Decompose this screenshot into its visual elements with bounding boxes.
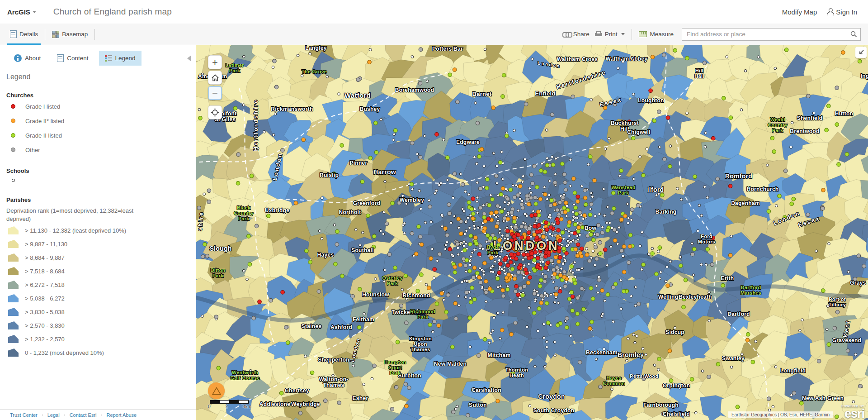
svg-text:Mitcham: Mitcham — [488, 352, 511, 358]
measure-button[interactable]: Measure — [636, 31, 676, 38]
trust-center-link[interactable]: Trust Center — [10, 412, 38, 418]
svg-text:Loughton: Loughton — [638, 97, 664, 104]
arcgis-menu[interactable]: ArcGIS — [7, 8, 36, 16]
search-input[interactable] — [682, 31, 847, 38]
svg-text:Sidcup: Sidcup — [665, 329, 684, 335]
collapse-sidebar-button[interactable] — [187, 55, 191, 62]
legal-link[interactable]: Legal — [47, 412, 60, 418]
svg-text:Richmond: Richmond — [402, 292, 430, 299]
legend-heading: Legend — [6, 73, 196, 81]
svg-text:DittonPark: DittonPark — [211, 267, 226, 278]
legend-item: > 8,684 - 9,887 — [6, 251, 196, 264]
print-button[interactable]: Print — [592, 31, 628, 38]
svg-text:Waltham Cross: Waltham Cross — [557, 56, 598, 62]
grade2star-dot-swatch — [11, 119, 15, 123]
svg-text:Ashford: Ashford — [330, 324, 352, 330]
home-icon — [211, 74, 219, 81]
other-dot-swatch — [11, 148, 15, 152]
svg-text:Addlestone: Addlestone — [259, 401, 290, 407]
search-button[interactable] — [847, 29, 860, 40]
svg-text:Harrow: Harrow — [373, 168, 396, 176]
details-button[interactable]: Details — [7, 24, 41, 45]
svg-text:WentworthGolf Course: WentworthGolf Course — [230, 370, 259, 381]
legend-item: > 9,887 - 11,130 — [6, 237, 196, 251]
parish-swatch — [8, 240, 19, 248]
basemap-button[interactable]: Basemap — [49, 24, 90, 45]
svg-text:Romford: Romford — [725, 172, 752, 180]
svg-text:Bow: Bow — [585, 225, 597, 231]
legend-item: > 2,570 - 3,830 — [6, 319, 196, 332]
modify-map-link[interactable]: Modify Map — [782, 8, 817, 16]
map-warning-button[interactable] — [208, 382, 225, 399]
svg-text:Esher: Esher — [353, 395, 368, 401]
svg-text:South Croydon: South Croydon — [533, 407, 575, 414]
app-header: ArcGIS Church of England parish map Modi… — [0, 0, 868, 24]
svg-text:Watford: Watford — [344, 91, 371, 99]
svg-text:Ingatestone: Ingatestone — [861, 73, 868, 79]
svg-text:Port ofTilbury: Port ofTilbury — [829, 296, 846, 307]
chevron-down-icon — [621, 33, 625, 35]
details-icon — [10, 30, 17, 38]
map-attribution: Earthstar Geographics | OS, Esri, HERE, … — [728, 411, 833, 418]
printer-icon — [595, 31, 602, 38]
measure-ruler-icon — [639, 31, 647, 37]
svg-text:Surbiton: Surbiton — [398, 372, 421, 379]
share-button[interactable]: Share — [560, 31, 592, 38]
svg-text:Edgware: Edgware — [456, 139, 480, 145]
sign-in-link[interactable]: Sign In — [827, 8, 857, 16]
search-box — [682, 28, 861, 41]
svg-text:Bexleyheath: Bexleyheath — [679, 294, 712, 300]
esri-logo[interactable]: POWERED BY esri — [842, 405, 864, 420]
svg-text:Orpington: Orpington — [663, 382, 690, 389]
svg-text:Ruislip: Ruislip — [320, 172, 339, 178]
svg-text:Croydon: Croydon — [538, 393, 565, 400]
warning-triangle-icon — [212, 387, 221, 395]
home-extent-button[interactable] — [208, 71, 222, 85]
scale-bar: 0 2 4km — [210, 400, 251, 409]
arrow-southwest-icon — [858, 49, 865, 56]
svg-text:Swanley: Swanley — [722, 355, 745, 362]
zoom-in-button[interactable]: + — [208, 55, 222, 69]
sidebar-tabs: About Content Legend — [8, 51, 196, 66]
grade1-dot-swatch — [11, 104, 15, 109]
tab-legend[interactable]: Legend — [99, 51, 142, 66]
parish-swatch — [8, 281, 19, 289]
svg-text:Petts Wood: Petts Wood — [630, 373, 658, 379]
parishes-layer-title: Parishes — [6, 196, 196, 203]
svg-text:Welling: Welling — [658, 294, 679, 300]
svg-text:LONDON: LONDON — [493, 239, 560, 253]
arcgis-logo-text: ArcGIS — [7, 8, 30, 16]
person-icon — [827, 8, 833, 15]
svg-text:Hertfordshire: Hertfordshire — [252, 99, 259, 151]
toolbar-separator — [632, 29, 632, 40]
sidebar-footer: Trust Center Legal Contact Esri Report A… — [0, 409, 196, 420]
svg-text:Chigwell: Chigwell — [627, 129, 651, 135]
svg-text:The Grove: The Grove — [302, 69, 327, 74]
svg-text:Longfield: Longfield — [780, 368, 806, 374]
open-in-map-viewer-button[interactable] — [855, 47, 867, 58]
legend-item: > 5,038 - 6,272 — [6, 291, 196, 305]
svg-text:Staines: Staines — [302, 323, 322, 329]
tab-about[interactable]: About — [8, 51, 47, 66]
svg-text:Weybridge: Weybridge — [291, 401, 320, 407]
legend-item: > 7,518 - 8,684 — [6, 264, 196, 278]
legend-item: Grade II listed — [6, 129, 196, 142]
toolbar-separator — [94, 29, 95, 40]
tab-content[interactable]: Content — [51, 51, 94, 66]
report-abuse-link[interactable]: Report Abuse — [107, 412, 137, 418]
svg-text:Northolt: Northolt — [339, 209, 361, 215]
svg-text:Erith: Erith — [721, 275, 734, 282]
svg-text:Borehamwood: Borehamwood — [395, 87, 434, 93]
zoom-out-button[interactable]: − — [208, 86, 222, 100]
svg-text:Enfield: Enfield — [535, 90, 555, 97]
svg-text:Chelsfield: Chelsfield — [663, 411, 690, 417]
svg-text:Chertsey: Chertsey — [285, 387, 309, 394]
find-my-location-button[interactable] — [208, 105, 222, 119]
svg-text:Potters Bar: Potters Bar — [432, 46, 463, 52]
map-viewport[interactable]: LONDONHertfordshireEssexHertfordshireLon… — [196, 45, 868, 420]
content-list-icon — [57, 54, 64, 62]
map-canvas[interactable]: LONDONHertfordshireEssexHertfordshireLon… — [196, 45, 868, 420]
grade2-dot-swatch — [11, 133, 15, 138]
chevron-down-icon — [33, 11, 36, 13]
contact-esri-link[interactable]: Contact Esri — [70, 412, 97, 418]
